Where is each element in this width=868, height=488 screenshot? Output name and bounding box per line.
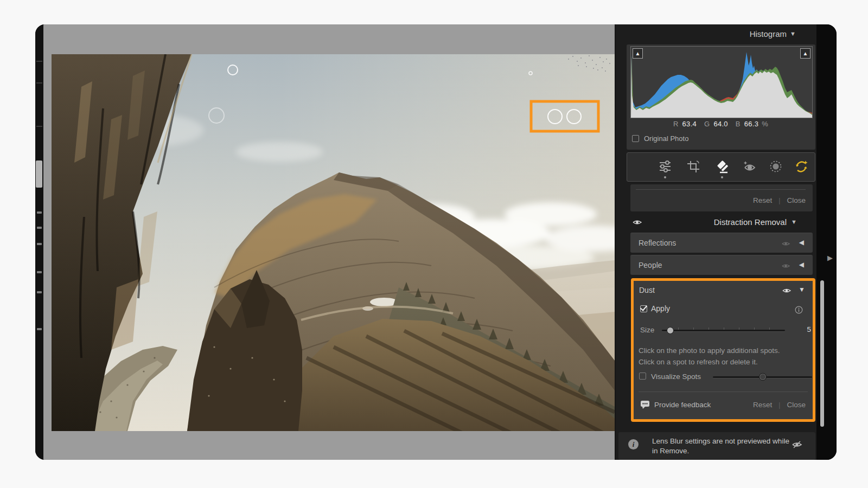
info-icon[interactable]: [795, 306, 803, 316]
collapse-icon[interactable]: ▼: [790, 30, 796, 37]
feedback-bubble-icon: [640, 400, 650, 409]
expand-icon[interactable]: ◀: [799, 239, 804, 246]
size-slider-thumb[interactable]: [667, 327, 674, 334]
visualize-slider-thumb[interactable]: [759, 373, 767, 381]
dust-eye-icon[interactable]: [782, 286, 791, 296]
apply-label: Apply: [651, 304, 670, 313]
highlight-clipping-button[interactable]: ▲: [800, 48, 810, 59]
size-slider[interactable]: [662, 330, 785, 331]
reset-button[interactable]: Reset: [753, 196, 772, 204]
collapse-icon[interactable]: ▼: [791, 219, 797, 225]
info-line-1: Lens Blur settings are not previewed whi…: [652, 436, 789, 446]
dust-close-button[interactable]: Close: [787, 401, 806, 409]
distraction-removal-title: Distraction Removal: [714, 217, 787, 227]
visualize-spots-checkbox[interactable]: [639, 373, 646, 380]
original-photo-label: Original Photo: [644, 134, 688, 143]
histogram-chart[interactable]: ▲ ▲: [630, 46, 813, 118]
lens-blur-info-bar: i Lens Blur settings are not previewed w…: [618, 432, 815, 460]
visualize-spots-label: Visualize Spots: [651, 373, 701, 381]
reflections-label: Reflections: [639, 239, 676, 247]
g-value: 64.0: [713, 120, 728, 128]
collapse-icon[interactable]: ▼: [799, 286, 805, 293]
page: Histogram ▼ ▲ ▲ R 63.4 G 64.0 B: [0, 0, 868, 488]
histogram-section: ▲ ▲ R 63.4 G 64.0 B 66.3 % Original Phot…: [627, 44, 815, 150]
dust-label: Dust: [639, 286, 655, 294]
panel-expand-chevron[interactable]: ▶: [827, 254, 833, 262]
people-section[interactable]: People ◀: [630, 255, 813, 275]
edit-sliders-icon[interactable]: [656, 158, 674, 175]
close-button[interactable]: Close: [787, 196, 806, 204]
panel-eye-icon[interactable]: [633, 218, 642, 228]
photo[interactable]: [52, 54, 615, 431]
size-value: 5: [807, 325, 811, 333]
original-photo-checkbox[interactable]: [632, 135, 639, 142]
g-label: G: [704, 120, 710, 128]
histogram-plot: [631, 47, 812, 118]
masking-icon[interactable]: [767, 158, 784, 175]
rgb-readout: R 63.4 G 64.0 B 66.3 %: [630, 120, 813, 128]
reflections-section[interactable]: Reflections ◀: [630, 233, 813, 253]
crop-icon[interactable]: [685, 158, 702, 175]
eye-off-icon[interactable]: [792, 440, 802, 451]
reflections-eye-icon[interactable]: [782, 239, 790, 249]
histogram-title: Histogram: [750, 29, 787, 38]
r-label: R: [673, 120, 679, 128]
dust-help-text: Click on the photo to apply additional s…: [639, 345, 780, 368]
dust-section[interactable]: Dust ▼: [634, 281, 813, 299]
toolstrip: [627, 152, 815, 182]
people-eye-icon[interactable]: [782, 261, 790, 271]
left-panel-fragment: [36, 160, 42, 188]
red-eye-icon[interactable]: [741, 158, 758, 175]
apply-checkbox[interactable]: [640, 305, 647, 312]
shadow-clipping-button[interactable]: ▲: [633, 48, 643, 59]
expand-icon[interactable]: ◀: [799, 261, 804, 268]
info-icon: i: [628, 439, 639, 450]
lightroom-window: Histogram ▼ ▲ ▲ R 63.4 G 64.0 B: [35, 24, 837, 460]
visualize-spots-slider[interactable]: [713, 376, 812, 378]
percent-sign: %: [762, 120, 768, 128]
sync-icon[interactable]: [793, 158, 810, 175]
r-value: 63.4: [682, 120, 697, 128]
size-label: Size: [640, 326, 654, 334]
people-label: People: [639, 261, 662, 269]
develop-canvas: [43, 24, 615, 460]
dust-section-callout: Dust ▼ Apply Size: [631, 278, 815, 422]
provide-feedback-button[interactable]: Provide feedback: [640, 400, 711, 409]
tool-active-dot: [664, 176, 666, 178]
info-line-2: in Remove.: [652, 446, 789, 456]
b-label: B: [736, 120, 741, 128]
distraction-removal-header[interactable]: Distraction Removal ▼: [616, 214, 816, 232]
remove-eraser-icon[interactable]: [713, 158, 731, 175]
panel-scrollbar[interactable]: [820, 280, 824, 427]
b-value: 66.3: [744, 120, 759, 128]
tool-options-panel: Reset | Close: [630, 184, 813, 211]
dust-reset-button[interactable]: Reset: [753, 401, 772, 409]
tool-active-dot: [721, 176, 723, 178]
histogram-header[interactable]: Histogram ▼: [616, 24, 816, 44]
right-edge-strip: ▶: [816, 24, 837, 460]
left-panel-sliver: [35, 24, 43, 460]
